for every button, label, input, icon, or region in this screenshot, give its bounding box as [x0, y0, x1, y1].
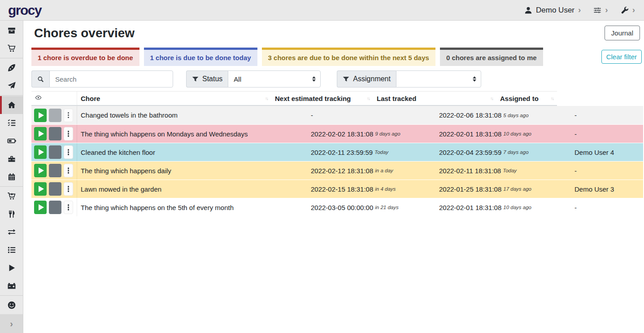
sidebar-item-tasks[interactable] [0, 114, 23, 132]
status-select[interactable]: All [228, 70, 321, 88]
sidebar-divider [0, 295, 23, 296]
next-tracking-cell: 2022-03-05 00:00:00in 21 days [307, 198, 435, 216]
last-tracked-cell: 2022-02-11 18:31:08Today [435, 162, 571, 180]
sort-icon: ↑↓ [490, 96, 493, 101]
sidebar-item-battery[interactable] [0, 132, 23, 150]
ellipsis-v-icon [68, 167, 70, 174]
paper-plane-icon [7, 81, 16, 90]
user-menu[interactable]: Demo User › [524, 6, 581, 15]
summary-card-assigned-to-me[interactable]: 0 chores are assigned to me [440, 48, 543, 66]
assigned-to-cell: Demo User 4 [571, 143, 643, 161]
row-menu-button[interactable] [64, 201, 73, 214]
filter-icon [192, 76, 199, 83]
sidebar-item-play[interactable] [0, 259, 23, 277]
next-tracking-cell: 2022-02-15 18:31:08in 4 days [307, 180, 435, 198]
sidebar-item-shopping-cart[interactable] [0, 39, 23, 57]
last-tracked-cell: 2022-02-01 18:31:0810 days ago [435, 198, 571, 216]
battery-icon [7, 136, 16, 145]
row-actions [31, 162, 77, 180]
clear-filter-button[interactable]: Clear filter [601, 50, 642, 64]
visibility-column-header[interactable] [31, 92, 77, 105]
chore-name-cell: Cleaned the kitchen floor [77, 143, 307, 161]
sidebar-item-box[interactable] [0, 22, 23, 39]
status-filter-group: Status All [186, 70, 321, 88]
column-header-label: Next estimated tracking [275, 95, 351, 102]
chore-name-cell: Lawn mowed in the garden [77, 180, 307, 198]
list-icon [7, 245, 16, 254]
sort-icon: ↑↓ [265, 96, 268, 101]
skip-chore-button[interactable] [49, 201, 61, 214]
utensils-icon [7, 210, 16, 219]
tasks-icon [7, 118, 16, 127]
toolbox-icon [7, 154, 16, 163]
column-header-label: Last tracked [377, 95, 416, 102]
chore-row: Lawn mowed in the garden 2022-02-15 18:3… [31, 180, 643, 198]
sidebar-item-toolbox[interactable] [0, 150, 23, 168]
skip-chore-button[interactable] [49, 164, 61, 177]
sidebar-item-cart-plus[interactable] [0, 187, 23, 205]
row-actions [31, 198, 77, 216]
chore-row: The thing which happens daily 2022-02-12… [31, 161, 643, 180]
sidebar-item-list[interactable] [0, 241, 23, 259]
chores-table: Chore↑↓Next estimated tracking↑↓Last tra… [31, 91, 643, 216]
row-menu-button[interactable] [64, 182, 73, 196]
track-chore-execution-button[interactable] [34, 109, 47, 122]
sidebar-collapse-button[interactable]: › [0, 314, 23, 333]
settings-menu[interactable]: › [593, 6, 608, 14]
search-input[interactable] [49, 70, 173, 88]
track-chore-execution-button[interactable] [34, 127, 47, 140]
assigned-to-cell: - [571, 198, 643, 216]
sidebar-item-home[interactable] [0, 96, 23, 114]
track-chore-execution-button[interactable] [34, 182, 47, 196]
skip-chore-button[interactable] [49, 109, 61, 122]
row-menu-button[interactable] [64, 164, 73, 177]
sidebar-item-pizza[interactable] [0, 59, 23, 77]
journal-button[interactable]: Journal [605, 26, 640, 40]
box-icon [7, 26, 16, 35]
cart-plus-icon [7, 192, 16, 201]
table-body: Changed towels in the bathroom - 2022-02… [31, 106, 643, 216]
skip-chore-button[interactable] [49, 127, 61, 140]
sort-icon: ↑↓ [367, 96, 370, 101]
sidebar-item-car-battery[interactable] [0, 277, 23, 295]
chevron-right-icon: › [10, 319, 13, 329]
row-menu-button[interactable] [64, 127, 73, 140]
summary-card-overdue[interactable]: 1 chore is overdue to be done [31, 48, 139, 66]
skip-chore-button[interactable] [49, 145, 61, 159]
summary-cards-row: 1 chore is overdue to be done1 chore is … [31, 48, 643, 66]
sidebar-item-smiley[interactable] [0, 296, 23, 314]
sidebar-item-calendar[interactable] [0, 168, 23, 186]
column-header-assigned-to[interactable]: Assigned to↑↓ [496, 92, 557, 105]
filter-icon [343, 76, 349, 83]
sidebar-item-paper-plane[interactable] [0, 77, 23, 95]
table-header-row: Chore↑↓Next estimated tracking↑↓Last tra… [31, 91, 557, 106]
column-header-next-estimated-tracking[interactable]: Next estimated tracking↑↓ [271, 92, 373, 105]
chore-name-cell: The thing which happens on the 5th of ev… [77, 198, 307, 216]
calendar-icon [7, 172, 16, 181]
row-actions [31, 106, 77, 124]
ellipsis-v-icon [68, 112, 70, 118]
sidebar-divider [0, 95, 23, 96]
track-chore-execution-button[interactable] [34, 145, 47, 159]
admin-menu[interactable]: › [621, 6, 635, 14]
assigned-to-cell: - [571, 162, 643, 180]
ellipsis-v-icon [68, 149, 70, 155]
sidebar-divider [0, 58, 23, 58]
skip-chore-button[interactable] [49, 182, 61, 196]
track-chore-execution-button[interactable] [34, 201, 47, 214]
shopping-cart-icon [7, 44, 16, 53]
sidebar-item-utensils[interactable] [0, 205, 23, 223]
column-header-chore[interactable]: Chore↑↓ [77, 92, 271, 105]
summary-card-due-today[interactable]: 1 chore is due to be done today [144, 48, 257, 66]
row-menu-button[interactable] [64, 109, 73, 122]
last-tracked-cell: 2022-02-04 23:59:597 days ago [435, 143, 571, 161]
assignment-select[interactable] [396, 70, 481, 88]
column-header-last-tracked[interactable]: Last tracked↑↓ [373, 92, 496, 105]
sidebar-item-exchange[interactable] [0, 223, 23, 241]
app-logo[interactable]: grocy [8, 4, 41, 17]
user-menu-label: Demo User [536, 6, 574, 15]
row-menu-button[interactable] [64, 145, 73, 159]
track-chore-execution-button[interactable] [34, 164, 47, 177]
ellipsis-v-icon [68, 204, 70, 210]
summary-card-due-next-5-days[interactable]: 3 chores are due to be done within the n… [262, 48, 435, 66]
